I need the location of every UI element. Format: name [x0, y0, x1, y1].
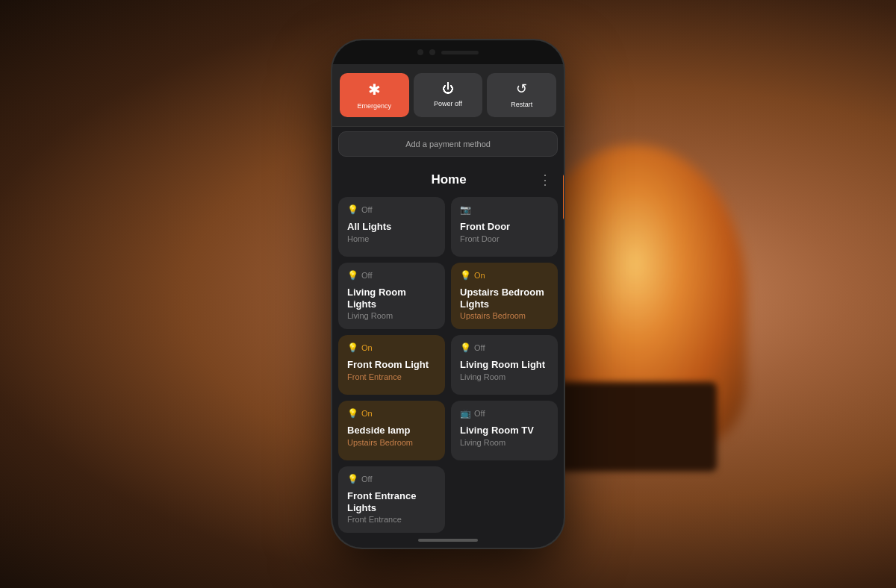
- device-status-row: 💡 Off: [347, 204, 436, 215]
- light-off-icon: 💡: [347, 474, 358, 484]
- device-card-front-entrance-lights[interactable]: 💡 Off Front Entrance Lights Front Entran…: [338, 466, 445, 533]
- phone-notch: [332, 40, 564, 64]
- side-button: [563, 175, 564, 219]
- device-card-bedside-lamp[interactable]: 💡 On Bedside lamp Upstairs Bedroom: [338, 401, 445, 460]
- restart-button[interactable]: Restart: [487, 73, 556, 117]
- status-label: On: [361, 409, 373, 418]
- device-status-row: 💡 Off: [460, 343, 549, 353]
- device-name: Living Room TV: [460, 425, 549, 437]
- light-on-icon: 💡: [460, 270, 471, 281]
- payment-notice-text: Add a payment method: [405, 140, 491, 148]
- device-name: Front Door: [460, 221, 549, 233]
- device-status-row: 📺 Off: [460, 408, 549, 419]
- device-card-all-lights[interactable]: 💡 Off All Lights Home: [338, 197, 445, 257]
- device-location: Front Entrance: [347, 372, 436, 381]
- device-card-living-room-lights[interactable]: 💡 Off Living Room Lights Living Room: [338, 263, 445, 329]
- device-grid: 💡 Off All Lights Home 📷 Front Door Front…: [332, 194, 564, 533]
- status-label: Off: [361, 271, 372, 280]
- device-location: Upstairs Bedroom: [347, 438, 436, 447]
- device-location: Upstairs Bedroom: [460, 311, 549, 320]
- status-label: On: [474, 271, 485, 280]
- device-card-living-room-tv[interactable]: 📺 Off Living Room TV Living Room: [451, 401, 558, 460]
- quick-actions-bar: Emergency Power off Restart: [332, 64, 564, 127]
- status-label: Off: [361, 205, 372, 214]
- phone-screen: Emergency Power off Restart Add a paymen…: [332, 64, 564, 533]
- device-location: Front Entrance: [347, 515, 436, 524]
- power-off-button[interactable]: Power off: [414, 73, 483, 117]
- device-card-front-room-light[interactable]: 💡 On Front Room Light Front Entrance: [338, 335, 445, 395]
- camera-icon: 📷: [460, 204, 471, 215]
- device-name: All Lights: [347, 221, 436, 233]
- status-label: Off: [474, 343, 485, 352]
- device-name: Upstairs Bedroom Lights: [460, 287, 549, 310]
- power-icon: [442, 81, 454, 96]
- restart-icon: [516, 81, 527, 97]
- light-on-icon: 💡: [347, 343, 358, 353]
- emergency-label: Emergency: [358, 102, 392, 110]
- device-status-row: 💡 On: [460, 270, 549, 281]
- emergency-button[interactable]: Emergency: [340, 73, 409, 117]
- status-label: Off: [361, 475, 372, 484]
- payment-notice[interactable]: Add a payment method: [338, 131, 558, 157]
- device-card-living-room-light[interactable]: 💡 Off Living Room Light Living Room: [451, 335, 558, 395]
- power-off-label: Power off: [434, 100, 462, 107]
- device-name: Bedside lamp: [347, 425, 436, 437]
- light-off-icon: 💡: [460, 343, 471, 353]
- device-location: Home: [347, 234, 436, 243]
- device-location: Front Door: [460, 234, 549, 243]
- device-name: Front Entrance Lights: [347, 490, 436, 513]
- home-header: Home ⋮: [332, 161, 564, 194]
- device-card-front-door[interactable]: 📷 Front Door Front Door: [451, 197, 558, 257]
- home-title: Home: [359, 172, 538, 187]
- phone-bottom-bar: [332, 533, 564, 548]
- notch-sensor: [429, 49, 435, 55]
- more-menu-button[interactable]: ⋮: [538, 172, 552, 188]
- device-status-row: 📷: [460, 204, 549, 215]
- light-on-icon: 💡: [347, 408, 358, 419]
- light-off-icon: 💡: [347, 270, 358, 281]
- light-off-icon: 💡: [347, 204, 358, 215]
- tv-icon: 📺: [460, 408, 471, 419]
- device-status-row: 💡 On: [347, 408, 436, 419]
- notch-camera: [417, 49, 423, 55]
- notch-speaker: [441, 51, 479, 54]
- status-label: Off: [474, 409, 485, 418]
- device-location: Living Room: [347, 311, 436, 320]
- emergency-icon: [368, 81, 381, 98]
- device-status-row: 💡 Off: [347, 270, 436, 281]
- home-indicator: [418, 539, 478, 542]
- phone-frame: Emergency Power off Restart Add a paymen…: [332, 40, 564, 548]
- restart-label: Restart: [511, 101, 532, 108]
- device-name: Living Room Light: [460, 359, 549, 371]
- device-location: Living Room: [460, 372, 549, 381]
- device-name: Front Room Light: [347, 359, 436, 371]
- device-status-row: 💡 On: [347, 343, 436, 353]
- device-location: Living Room: [460, 438, 549, 447]
- device-name: Living Room Lights: [347, 287, 436, 310]
- device-status-row: 💡 Off: [347, 474, 436, 484]
- status-label: On: [361, 343, 373, 352]
- device-card-upstairs-bedroom-lights[interactable]: 💡 On Upstairs Bedroom Lights Upstairs Be…: [451, 263, 558, 329]
